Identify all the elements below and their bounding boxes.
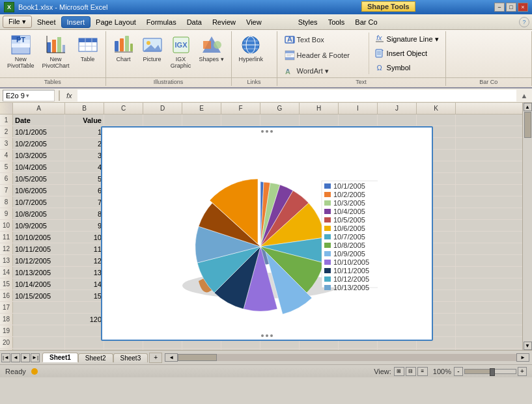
scroll-down-button[interactable]: ▼ [524, 342, 532, 350]
cell-b19[interactable] [65, 325, 104, 336]
cell-b18[interactable]: 120 [65, 314, 104, 325]
cell-a10[interactable]: 10/9/2005 [13, 220, 65, 231]
cell-b21[interactable] [65, 349, 104, 350]
menu-view[interactable]: View [241, 17, 267, 27]
cell-a18[interactable] [13, 314, 65, 325]
cell-a1[interactable]: Date [13, 114, 65, 126]
cell-e21[interactable] [182, 349, 221, 350]
help-button[interactable]: ? [519, 17, 529, 27]
sheet-nav-last[interactable]: ►| [31, 353, 40, 362]
picture-button[interactable]: Picture [139, 33, 166, 64]
cell-g1[interactable] [260, 114, 300, 126]
cell-a21[interactable] [13, 349, 65, 350]
cell-b6[interactable]: 5 [65, 173, 104, 184]
cell-a7[interactable]: 10/6/2005 [13, 185, 65, 196]
cell-k1[interactable] [417, 114, 456, 126]
new-sheet-button[interactable]: + [149, 353, 162, 363]
col-header-f[interactable]: F [221, 103, 260, 114]
sheet-tab-3[interactable]: Sheet3 [113, 353, 148, 362]
page-break-view-button[interactable]: ≡ [417, 367, 428, 376]
cell-i1[interactable] [339, 114, 378, 126]
cell-a6[interactable]: 10/5/2005 [13, 173, 65, 184]
sheet-nav-first[interactable]: |◄ [1, 353, 10, 362]
cell-a4[interactable]: 10/3/2005 [13, 150, 65, 161]
cell-d1[interactable] [143, 114, 182, 126]
cell-b5[interactable]: 4 [65, 161, 104, 172]
cell-b3[interactable]: 2 [65, 138, 104, 149]
minimize-button[interactable]: − [494, 3, 505, 12]
cell-i21[interactable] [339, 349, 378, 350]
cell-b20[interactable] [65, 337, 104, 348]
col-header-a[interactable]: A [13, 103, 65, 114]
cell-a20[interactable] [13, 337, 65, 348]
hyperlink-button[interactable]: Hyperlink [236, 33, 267, 64]
menu-data[interactable]: Data [182, 17, 207, 27]
wordart-button[interactable]: A WordArt ▾ [281, 64, 366, 78]
new-pivot-chart-button[interactable]: NewPivotChart [39, 33, 73, 71]
normal-view-button[interactable]: ⊞ [394, 367, 404, 376]
page-layout-view-button[interactable]: ⊟ [406, 367, 416, 376]
cell-g21[interactable] [260, 349, 300, 350]
cell-a9[interactable]: 10/8/2005 [13, 208, 65, 219]
cell-a2[interactable]: 10/1/2005 [13, 126, 65, 137]
cell-a3[interactable]: 10/2/2005 [13, 138, 65, 149]
h-scroll-thumb[interactable] [178, 354, 217, 361]
cell-f21[interactable] [221, 349, 260, 350]
cell-a8[interactable]: 10/7/2005 [13, 196, 65, 208]
cell-b12[interactable]: 11 [65, 243, 104, 254]
formula-expand-button[interactable]: ▲ [519, 90, 529, 101]
cell-b16[interactable]: 15 [65, 290, 104, 301]
cell-j21[interactable] [378, 349, 417, 350]
col-header-k[interactable]: K [417, 103, 456, 114]
cell-b1[interactable]: Value [65, 114, 104, 126]
cell-a12[interactable]: 10/11/2005 [13, 243, 65, 254]
cell-c21[interactable] [104, 349, 143, 350]
cell-h21[interactable] [300, 349, 339, 350]
col-header-h[interactable]: H [300, 103, 339, 114]
menu-insert[interactable]: Insert [61, 16, 91, 28]
cell-a17[interactable] [13, 302, 65, 313]
cell-h1[interactable] [300, 114, 339, 126]
cell-e1[interactable] [182, 114, 221, 126]
maximize-button[interactable]: □ [506, 3, 516, 12]
igx-graphic-button[interactable]: IGX IGXGraphic [167, 33, 195, 71]
menu-formulas[interactable]: Formulas [141, 17, 182, 27]
menu-tools[interactable]: Tools [323, 17, 350, 27]
shapes-button[interactable]: Shapes ▾ [196, 33, 227, 64]
text-box-button[interactable]: A| Text Box [281, 33, 346, 47]
symbol-button[interactable]: Ω Symbol [372, 61, 441, 74]
cell-b4[interactable]: 3 [65, 150, 104, 161]
chart-overlay[interactable]: 10/1/2005 10/2/2005 10/3/2005 10/4/2005 [101, 126, 433, 341]
zoom-slider[interactable] [464, 369, 516, 374]
cell-d21[interactable] [143, 349, 182, 350]
menu-page-layout[interactable]: Page Layout [91, 17, 141, 27]
name-box[interactable]: E2o 9 ▾ [3, 90, 55, 101]
menu-file[interactable]: File ▾ [3, 16, 32, 28]
zoom-out-button[interactable]: - [454, 367, 463, 376]
cell-b13[interactable]: 12 [65, 255, 104, 266]
col-header-i[interactable]: I [339, 103, 378, 114]
cell-a19[interactable] [13, 325, 65, 336]
cell-b9[interactable]: 8 [65, 208, 104, 219]
scroll-left-button[interactable]: ◄ [165, 353, 178, 362]
vertical-scrollbar[interactable]: ▲ ▼ [522, 103, 532, 350]
sheet-tab-1[interactable]: Sheet1 [42, 353, 78, 362]
menu-sheet[interactable]: Sheet [32, 17, 61, 27]
cell-a16[interactable]: 10/15/2005 [13, 290, 65, 301]
sheet-tab-2[interactable]: Sheet2 [78, 353, 113, 362]
col-header-j[interactable]: J [378, 103, 417, 114]
cell-c1[interactable] [104, 114, 143, 126]
scroll-thumb[interactable] [524, 112, 531, 138]
horizontal-scrollbar[interactable]: ◄ ► [162, 353, 532, 362]
cell-b7[interactable]: 6 [65, 185, 104, 196]
menu-styles[interactable]: Styles [293, 17, 323, 27]
zoom-in-button[interactable]: + [518, 367, 527, 376]
cell-a15[interactable]: 10/14/2005 [13, 278, 65, 290]
cell-j1[interactable] [378, 114, 417, 126]
header-footer-button[interactable]: Header & Footer [281, 48, 366, 62]
cell-a5[interactable]: 10/4/2005 [13, 161, 65, 172]
menu-review[interactable]: Review [207, 17, 241, 27]
cell-b17[interactable] [65, 302, 104, 313]
zoom-thumb[interactable] [490, 368, 495, 376]
cell-b14[interactable]: 13 [65, 267, 104, 278]
